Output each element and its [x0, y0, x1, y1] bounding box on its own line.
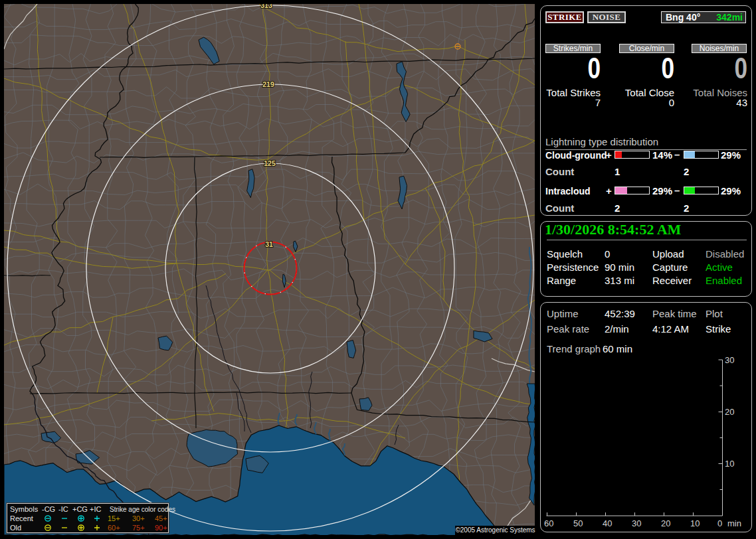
- svg-text:20: 20: [661, 518, 670, 528]
- svg-text:20: 20: [725, 407, 734, 417]
- svg-text:min: min: [727, 518, 741, 528]
- svg-text:50: 50: [573, 518, 583, 528]
- svg-text:313: 313: [260, 1, 272, 9]
- svg-text:10: 10: [690, 518, 700, 528]
- svg-text:0: 0: [717, 518, 722, 528]
- svg-text:30: 30: [632, 518, 641, 528]
- svg-text:60: 60: [544, 518, 553, 528]
- svg-text:125: 125: [264, 159, 276, 167]
- svg-text:10: 10: [725, 459, 734, 469]
- svg-text:31: 31: [265, 240, 273, 248]
- svg-text:219: 219: [262, 80, 274, 88]
- svg-text:30: 30: [725, 355, 734, 365]
- svg-text:40: 40: [603, 518, 612, 528]
